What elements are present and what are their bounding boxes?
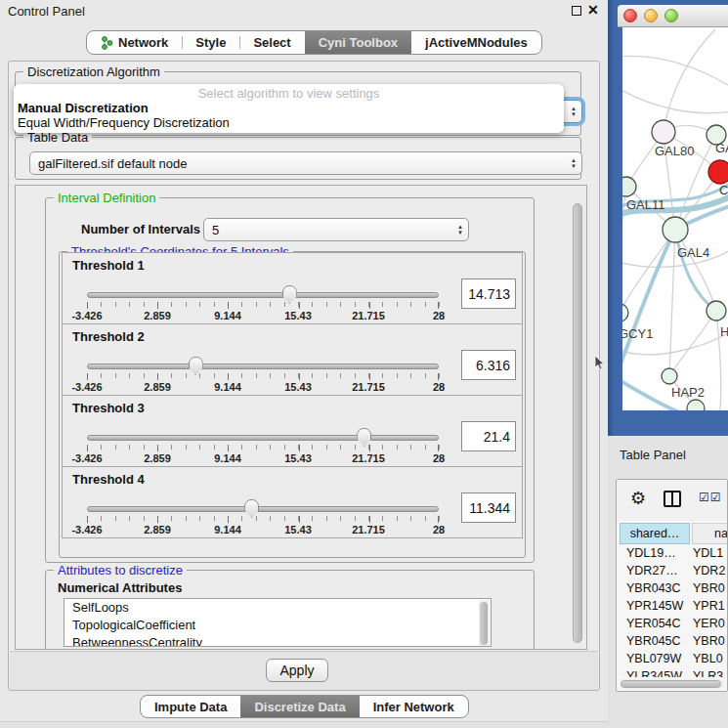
dropdown-option-equal-width[interactable]: Equal Width/Frequency Discretization bbox=[14, 115, 564, 130]
column-header-name[interactable]: na bbox=[692, 523, 728, 544]
tab-impute-data[interactable]: Impute Data bbox=[141, 696, 240, 717]
checkbox-icons[interactable]: ☑☑ bbox=[699, 491, 722, 504]
threshold-1-value-field[interactable] bbox=[461, 278, 516, 309]
table-row[interactable]: YER054CYER0 bbox=[617, 615, 727, 632]
scrollbar-thumb[interactable] bbox=[573, 203, 582, 643]
node-label-gcy1: GCY1 bbox=[622, 326, 653, 341]
threshold-2-value-field[interactable] bbox=[461, 350, 516, 380]
list-scrollbar[interactable] bbox=[479, 600, 490, 647]
tab-cyni-toolbox[interactable]: Cyni Toolbox bbox=[305, 31, 411, 54]
table-row[interactable]: YDR27…YDR2 bbox=[617, 562, 727, 579]
tab-network[interactable]: Network bbox=[87, 31, 182, 54]
gear-icon[interactable]: ⚙ bbox=[630, 488, 646, 508]
table-row[interactable]: YLR345WYLR3 bbox=[617, 667, 727, 677]
tab-label: Select bbox=[253, 35, 290, 50]
node-gal4[interactable] bbox=[663, 217, 688, 242]
node-hap2[interactable] bbox=[662, 368, 677, 384]
zoom-window-icon[interactable] bbox=[664, 9, 678, 22]
slider-track[interactable] bbox=[87, 292, 439, 298]
group-title: Attributes to discretize bbox=[54, 563, 187, 578]
tab-style[interactable]: Style bbox=[182, 31, 239, 54]
table-row[interactable]: YDL19…YDL1 bbox=[617, 544, 727, 562]
tab-label: jActiveMNodules bbox=[425, 35, 528, 50]
node-gal11[interactable] bbox=[622, 177, 636, 196]
node-red-selected[interactable] bbox=[708, 160, 728, 184]
node-label-gal11: GAL11 bbox=[626, 197, 665, 212]
dropdown-option-manual[interactable]: Manual Discretization bbox=[14, 101, 564, 115]
slider-ticks bbox=[87, 302, 440, 307]
node-label-hap2: HAP2 bbox=[671, 385, 705, 400]
table-data-combobox[interactable]: galFiltered.sif default node ▲▼ bbox=[29, 151, 582, 175]
tab-label: Impute Data bbox=[154, 700, 227, 714]
tab-infer-network[interactable]: Infer Network bbox=[360, 696, 468, 717]
float-window-icon[interactable] bbox=[572, 6, 581, 16]
tab-jactivemnodules[interactable]: jActiveMNodules bbox=[411, 31, 541, 54]
tab-select[interactable]: Select bbox=[239, 31, 304, 54]
number-of-intervals-label: Number of Intervals bbox=[81, 222, 200, 236]
table-row[interactable]: YPR145WYPR1 bbox=[617, 597, 727, 615]
threshold-label: Threshold 1 bbox=[72, 258, 145, 273]
settings-scrollbar[interactable] bbox=[572, 188, 584, 647]
slider-scale: -3.426 2.859 9.144 15.43 21.715 28 bbox=[87, 381, 439, 393]
apply-button[interactable]: Apply bbox=[266, 659, 328, 682]
numerical-attributes-list[interactable]: SelfLoops TopologicalCoefficient Between… bbox=[64, 598, 492, 647]
table-row[interactable]: YBR045CYBR0 bbox=[617, 632, 727, 650]
threshold-4-value-field[interactable] bbox=[461, 492, 516, 523]
node-label-gal80: GAL80 bbox=[655, 144, 694, 158]
settings-scrollpane: Interval Definition Number of Intervals … bbox=[15, 185, 587, 650]
table-header: shared… na bbox=[617, 523, 727, 544]
list-item[interactable]: SelfLoops bbox=[64, 599, 491, 617]
node-bottom[interactable] bbox=[687, 400, 705, 410]
window-title: Control Panel bbox=[8, 4, 85, 19]
node-gal80[interactable] bbox=[652, 120, 675, 144]
tab-label: Network bbox=[118, 35, 168, 50]
minimize-window-icon[interactable] bbox=[644, 9, 658, 22]
apply-band: Apply bbox=[10, 651, 598, 690]
node-label-topright: GA bbox=[715, 141, 728, 155]
list-item[interactable]: BetweennessCentrality bbox=[64, 634, 491, 647]
close-window-icon[interactable] bbox=[623, 9, 637, 22]
group-title: Discretization Algorithm bbox=[23, 64, 164, 79]
tab-label: Cyni Toolbox bbox=[319, 35, 398, 50]
network-window-titlebar[interactable] bbox=[618, 5, 728, 27]
slider-track[interactable] bbox=[87, 506, 439, 512]
table-row[interactable]: YBL079WYBL0 bbox=[617, 650, 727, 667]
table-row[interactable]: YBR043CYBR0 bbox=[617, 579, 727, 597]
column-header-shared[interactable]: shared… bbox=[620, 523, 690, 544]
slider-scale: -3.426 2.859 9.144 15.43 21.715 28 bbox=[87, 310, 439, 321]
algorithm-dropdown-popup: Select algorithm to view settings Manual… bbox=[14, 84, 564, 133]
slider-ticks bbox=[87, 445, 440, 450]
split-view-icon[interactable] bbox=[664, 491, 681, 507]
table-rows: YDL19…YDL1 YDR27…YDR2 YBR043CYBR0 YPR145… bbox=[617, 544, 727, 677]
table-data-group: Table Data galFiltered.sif default node … bbox=[15, 137, 581, 180]
node-h[interactable] bbox=[707, 301, 726, 321]
threshold-3-slider[interactable]: -3.426 2.859 9.144 15.43 21.715 28 bbox=[87, 431, 439, 464]
network-desktop: GAL80 GA C GAL11 GAL4 GCY1 H HAP2 bbox=[608, 0, 728, 436]
threshold-4-slider[interactable]: -3.426 2.859 9.144 15.43 21.715 28 bbox=[87, 502, 439, 535]
threshold-row: Threshold 1 -3.426 2.859 9.144 15.43 21 bbox=[62, 252, 523, 324]
threshold-row: Threshold 4 -3.426 2.859 9.144 15.43 21 bbox=[62, 466, 523, 538]
table-panel: Table Panel ⚙ ☑☑ shared… na YDL19…YDL1 Y… bbox=[608, 436, 728, 728]
threshold-1-slider[interactable]: -3.426 2.859 9.144 15.43 21.715 28 bbox=[87, 288, 439, 321]
network-canvas[interactable]: GAL80 GA C GAL11 GAL4 GCY1 H HAP2 bbox=[622, 27, 728, 410]
top-tabbar: Network Style Select Cyni Toolbox jActiv… bbox=[86, 30, 542, 55]
number-of-intervals-combobox[interactable]: 5 ▲▼ bbox=[203, 218, 469, 241]
threshold-row: Threshold 3 -3.426 2.859 9.144 15.43 21 bbox=[62, 395, 523, 467]
table-hscrollbar[interactable] bbox=[620, 679, 724, 689]
slider-track[interactable] bbox=[87, 364, 439, 369]
threshold-row: Threshold 2 -3.426 2.859 9.144 15.43 21 bbox=[62, 323, 523, 396]
close-icon[interactable]: ✕ bbox=[587, 2, 599, 18]
threshold-3-value-field[interactable] bbox=[461, 421, 516, 451]
thresholds-group: Threshold's Coordinates for 5 Intervals … bbox=[59, 251, 526, 558]
tab-discretize-data[interactable]: Discretize Data bbox=[240, 696, 359, 717]
slider-scale: -3.426 2.859 9.144 15.43 21.715 28 bbox=[87, 452, 439, 464]
node-gcy1[interactable] bbox=[622, 304, 628, 321]
threshold-label: Threshold 4 bbox=[72, 472, 145, 487]
threshold-2-slider[interactable]: -3.426 2.859 9.144 15.43 21.715 28 bbox=[87, 360, 439, 393]
scrollbar-thumb[interactable] bbox=[621, 680, 721, 688]
bottom-tabbar: Impute Data Discretize Data Infer Networ… bbox=[140, 695, 469, 718]
slider-track[interactable] bbox=[87, 435, 439, 441]
node-label-h: H bbox=[720, 324, 728, 339]
list-item[interactable]: TopologicalCoefficient bbox=[64, 617, 491, 634]
control-panel-titlebar: Control Panel ✕ bbox=[0, 0, 608, 21]
